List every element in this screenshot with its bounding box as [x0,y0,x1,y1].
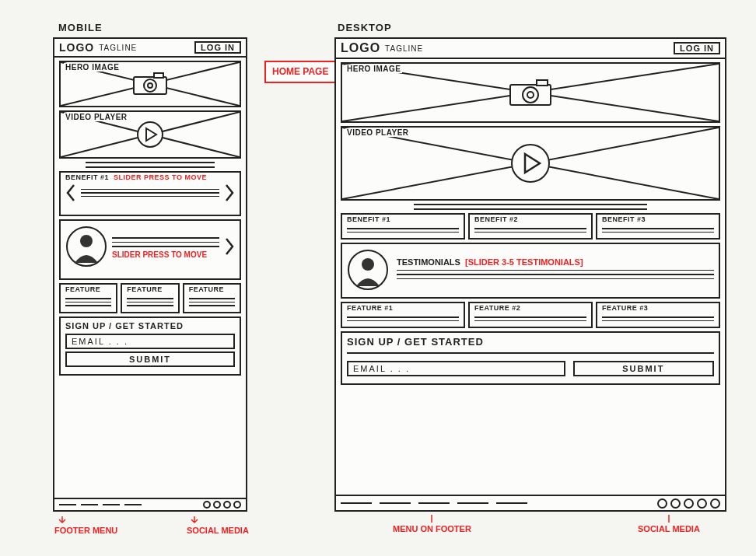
play-icon [136,121,164,149]
desktop-header: LOGO TAGLINE LOG IN [336,39,725,59]
login-button[interactable]: LOG IN [674,42,720,54]
slider-note: SLIDER PRESS TO MOVE [114,173,207,181]
signup-title: SIGN UP / GET STARTED [347,336,714,348]
tagline: TAGLINE [99,44,137,52]
email-field[interactable]: EMAIL . . . [347,361,565,376]
mobile-header: LOGO TAGLINE LOG IN [54,39,246,58]
hero-image: HERO IMAGE [341,62,720,123]
camera-icon [509,79,552,107]
mobile-frame: LOGO TAGLINE LOG IN HERO IMAGE VIDEO PLA… [53,37,247,512]
footer-menu[interactable] [59,504,142,505]
social-icons[interactable] [203,501,241,509]
footer-menu-annot: FOOTER MENU [54,515,117,535]
svg-point-15 [523,87,538,103]
chevron-right-icon[interactable] [224,237,235,256]
social-icons[interactable] [657,498,720,509]
signup-section: SIGN UP / GET STARTED EMAIL . . . SUBMIT [59,316,241,376]
page-badge: HOME PAGE [264,61,336,83]
benefit-card: BENEFIT #1 [341,213,465,240]
benefits-row: BENEFIT #1 BENEFIT #2 BENEFIT #3 [341,213,720,240]
email-field[interactable]: EMAIL . . . [65,334,235,349]
footer [336,495,725,510]
feature-card: FEATURE #3 [596,302,720,328]
feature-card: FEATURE [183,283,241,313]
svg-rect-3 [154,73,163,78]
desktop-frame: LOGO TAGLINE LOG IN HERO IMAGE VIDEO PLA… [334,37,726,512]
feature-card: FEATURE #2 [468,302,593,328]
benefit-card: BENEFIT #3 [596,213,720,240]
slider-note-2: SLIDER PRESS TO MOVE [112,250,219,259]
logo: LOGO [341,41,380,55]
svg-point-4 [144,79,156,92]
logo: LOGO [59,41,94,54]
mobile-label: MOBILE [58,22,103,33]
benefit-label: BENEFIT #1 SLIDER PRESS TO MOVE [64,173,208,181]
page-badge-text: HOME PAGE [272,66,328,77]
feature-card: FEATURE #1 [341,302,465,328]
social-annot: SOCIAL MEDIA [187,515,249,535]
svg-rect-14 [537,80,548,86]
submit-button[interactable]: SUBMIT [573,361,714,376]
hero-image: HERO IMAGE [59,61,241,107]
svg-point-19 [512,145,549,182]
benefit-card: BENEFIT #2 [468,213,593,240]
submit-button[interactable]: SUBMIT [65,351,235,367]
video-label: VIDEO PLAYER [345,128,411,137]
avatar-icon [65,226,107,268]
benefit-slider[interactable]: BENEFIT #1 SLIDER PRESS TO MOVE [59,171,241,216]
video-label: VIDEO PLAYER [64,113,129,121]
svg-point-10 [80,235,93,247]
desktop-label: DESKTOP [338,22,392,33]
feature-card: FEATURE [121,283,179,313]
video-player[interactable]: VIDEO PLAYER [341,126,720,201]
svg-point-21 [362,258,374,271]
hero-label: HERO IMAGE [64,63,121,72]
svg-point-8 [138,122,163,147]
play-icon [510,143,551,184]
chevron-left-icon[interactable] [65,184,76,202]
hero-label: HERO IMAGE [345,65,402,73]
tagline: TAGLINE [385,44,423,53]
video-player[interactable]: VIDEO PLAYER [59,110,241,159]
feature-card: FEATURE [59,283,117,313]
camera-icon [132,72,168,96]
testimonials-note: [SLIDER 3-5 TESTIMONIALS] [465,257,583,267]
social-annot-desktop: SOCIAL MEDIA [638,515,700,533]
avatar-icon [347,249,389,291]
features-row: FEATURE FEATURE FEATURE [59,283,241,313]
signup-section: SIGN UP / GET STARTED EMAIL . . . SUBMIT [341,331,720,385]
footer [54,498,246,510]
footer-menu-annot-desktop: MENU ON FOOTER [393,515,471,533]
signup-title: SIGN UP / GET STARTED [65,321,235,330]
testimonial-slider[interactable]: TESTIMONIALS [SLIDER 3-5 TESTIMONIALS] [341,243,720,299]
login-button[interactable]: LOG IN [194,41,241,54]
chevron-right-icon[interactable] [224,184,235,202]
testimonial-slider[interactable]: SLIDER PRESS TO MOVE [59,219,241,280]
features-row: FEATURE #1 FEATURE #2 FEATURE #3 [341,302,720,328]
testimonials-label: TESTIMONIALS [397,257,460,267]
footer-menu[interactable] [341,502,527,504]
